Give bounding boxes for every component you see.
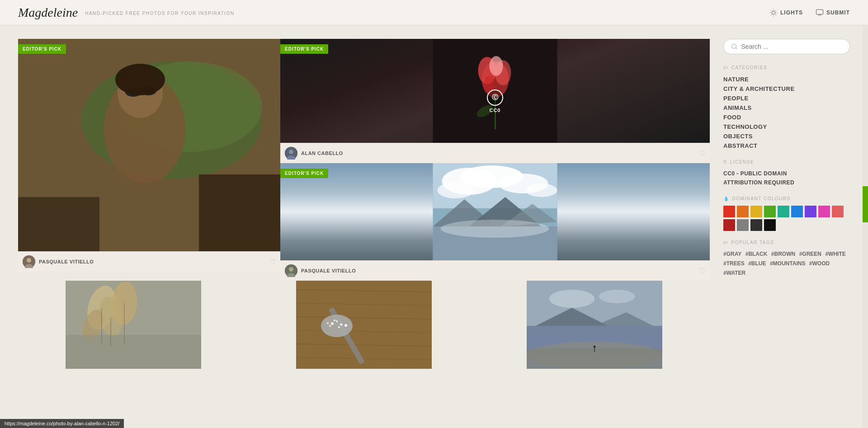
svg-point-73	[334, 320, 335, 321]
swatch-teal[interactable]	[778, 206, 789, 217]
svg-point-72	[338, 326, 340, 328]
tags-list: #GRAY #BLACK #BROWN #GREEN #WHITE #TREES…	[723, 249, 850, 278]
top-row: EDITOR'S PICK PASQUALE VITIELLO ♡	[18, 39, 710, 281]
svg-point-22	[27, 258, 31, 263]
license-attribution[interactable]: ATTRIBUTION REQUIRED	[723, 178, 850, 187]
car-footer: PASQUALE VITIELLO ♡	[18, 251, 280, 272]
dominant-icon: 💧	[723, 196, 730, 201]
search-input[interactable]	[741, 43, 842, 50]
swatch-blue[interactable]	[791, 206, 803, 217]
tag-green[interactable]: #GREEN	[799, 251, 821, 257]
mountain-author: PASQUALE VITIELLO	[285, 264, 356, 277]
status-bar: https://magdeleine.co/photo-by-alan-cabe…	[0, 419, 124, 428]
mountain-avatar	[285, 264, 297, 277]
photo-card-flower[interactable]: EDITOR'S PICK Ⓒ CC0	[280, 39, 710, 163]
tag-gray[interactable]: #GRAY	[723, 251, 741, 257]
search-box[interactable]	[723, 39, 850, 54]
license-section: © LICENSE CC0 - PUBLIC DOMAIN ATTRIBUTIO…	[723, 160, 850, 187]
lights-label: LIGHTS	[780, 9, 803, 16]
category-objects[interactable]: OBJECTS	[723, 132, 850, 141]
svg-line-7	[771, 14, 771, 15]
photo-card-beach[interactable]	[479, 281, 710, 369]
editors-pick-badge-mountain: EDITOR'S PICK	[280, 169, 328, 178]
category-people[interactable]: PEOPLE	[723, 94, 850, 103]
car-heart[interactable]: ♡	[269, 258, 276, 266]
submit-icon	[816, 9, 824, 17]
tag-white[interactable]: #WHITE	[825, 251, 845, 257]
categories-title: 🏷 CATEGORIES	[723, 65, 850, 70]
svg-point-40	[438, 182, 474, 198]
swatch-orange[interactable]	[737, 206, 749, 217]
tag-mountains[interactable]: #MOUNTAINS	[770, 260, 805, 267]
swatch-darkgray[interactable]	[750, 219, 762, 231]
mountain-heart[interactable]: ♡	[699, 267, 705, 275]
car-author: PASQUALE VITIELLO	[23, 255, 94, 268]
lights-button[interactable]: LIGHTS	[769, 9, 803, 17]
category-city[interactable]: CITY & ARCHITECTURE	[723, 84, 850, 94]
submit-label: SUBMIT	[826, 9, 850, 16]
categories-section: 🏷 CATEGORIES NATURE CITY & ARCHITECTURE …	[723, 65, 850, 151]
tags-title: 🏷 POPULAR TAGS	[723, 240, 850, 245]
svg-line-3	[771, 10, 771, 10]
svg-point-28	[490, 56, 503, 76]
photo-card-car[interactable]: EDITOR'S PICK PASQUALE VITIELLO ♡	[18, 39, 280, 281]
photo-card-spoon[interactable]	[249, 281, 479, 369]
swatch-pink[interactable]	[818, 206, 830, 217]
header-actions: LIGHTS SUBMIT	[769, 9, 850, 17]
svg-point-78	[549, 290, 594, 308]
svg-rect-9	[816, 9, 823, 14]
car-image-inner	[18, 39, 280, 251]
tag-black[interactable]: #BLACK	[745, 251, 768, 257]
logo: Magdeleine	[18, 5, 78, 20]
flower-avatar	[285, 147, 297, 160]
swatch-yellow[interactable]	[750, 206, 762, 217]
dominant-colours-title: 💧 DOMINANT COLOURS	[723, 196, 850, 201]
tag-blue[interactable]: #BLUE	[748, 260, 766, 267]
cc0-text: CC0	[489, 108, 500, 113]
sidebar: 🏷 CATEGORIES NATURE CITY & ARCHITECTURE …	[723, 39, 850, 369]
swatch-black[interactable]	[764, 219, 776, 231]
swatch-lightpink[interactable]	[832, 206, 844, 217]
svg-point-0	[772, 11, 775, 14]
scrollbar-thumb[interactable]	[863, 186, 868, 222]
svg-rect-55	[66, 335, 201, 369]
tag-wood[interactable]: #WOOD	[809, 260, 830, 267]
spoon-svg	[249, 281, 479, 369]
category-nature[interactable]: NATURE	[723, 75, 850, 84]
submit-button[interactable]: SUBMIT	[816, 9, 850, 17]
tags-section: 🏷 POPULAR TAGS #GRAY #BLACK #BROWN #GREE…	[723, 240, 850, 278]
svg-rect-20	[199, 174, 280, 251]
tag-brown[interactable]: #BROWN	[771, 251, 795, 257]
car-avatar	[23, 255, 35, 268]
svg-point-68	[331, 322, 334, 325]
photo-card-leaves[interactable]	[18, 281, 249, 369]
svg-point-71	[329, 325, 331, 327]
svg-rect-59	[296, 281, 432, 369]
flower-heart[interactable]: ♡	[699, 149, 705, 158]
cc0-badge: Ⓒ CC0	[487, 89, 503, 113]
svg-point-74	[344, 324, 347, 327]
beach-svg	[479, 281, 710, 369]
flower-author-name: ALAN CABELLO	[301, 151, 343, 156]
swatch-gray[interactable]	[737, 219, 749, 231]
category-abstract[interactable]: ABSTRACT	[723, 141, 850, 151]
tag-water[interactable]: #WATER	[723, 270, 745, 276]
svg-point-69	[336, 320, 338, 322]
category-technology[interactable]: TECHNOLOGY	[723, 122, 850, 132]
svg-point-67	[321, 315, 353, 337]
license-cc0[interactable]: CC0 - PUBLIC DOMAIN	[723, 169, 850, 178]
category-food[interactable]: FOOD	[723, 113, 850, 122]
category-animals[interactable]: ANIMALS	[723, 103, 850, 113]
svg-rect-19	[18, 197, 99, 251]
category-list: NATURE CITY & ARCHITECTURE PEOPLE ANIMAL…	[723, 75, 850, 151]
photo-card-mountain[interactable]: EDITOR'S PICK PASQUALE VITIELLO	[280, 163, 710, 281]
swatch-green[interactable]	[764, 206, 776, 217]
right-photos: EDITOR'S PICK Ⓒ CC0	[280, 39, 710, 281]
car-author-name: PASQUALE VITIELLO	[39, 259, 94, 264]
swatch-red[interactable]	[723, 206, 735, 217]
svg-point-86	[594, 346, 596, 348]
swatch-darkred[interactable]	[723, 219, 735, 231]
swatch-purple[interactable]	[805, 206, 816, 217]
tag-trees[interactable]: #TREES	[723, 260, 745, 267]
svg-point-48	[289, 267, 293, 272]
